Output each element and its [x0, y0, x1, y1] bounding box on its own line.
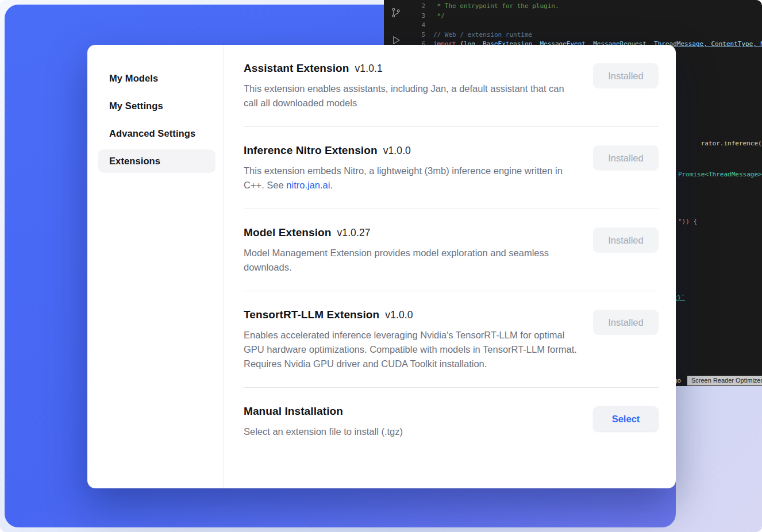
editor-code-lines: 2 * The entrypoint for the plugin. 3 */ … — [408, 2, 762, 49]
extension-description: Enables accelerated inference leveraging… — [244, 328, 578, 371]
manual-installation-description: Select an extension file to install (.tg… — [244, 425, 403, 439]
extension-row-tensorrt: TensortRT-LLM Extensionv1.0.0 Enables ac… — [244, 291, 659, 388]
extensions-list: Assistant Extensionv1.0.1 This extension… — [224, 45, 676, 488]
manual-installation-title: Manual Installation — [244, 405, 403, 418]
code-text: // Web / extension runtime — [433, 30, 532, 40]
extension-description: Model Management Extension provides mode… — [244, 246, 578, 275]
extension-title: Inference Nitro Extensionv1.0.0 — [244, 144, 578, 157]
extension-row-assistant: Assistant Extensionv1.0.1 This extension… — [244, 45, 659, 127]
extension-name: Assistant Extension — [244, 62, 349, 74]
installed-button[interactable]: Installed — [593, 228, 659, 253]
extension-info: Inference Nitro Extensionv1.0.0 This ext… — [244, 144, 578, 192]
settings-sidebar: My Models My Settings Advanced Settings … — [87, 45, 224, 488]
extension-version: v1.0.0 — [385, 309, 413, 321]
sidebar-item-my-settings[interactable]: My Settings — [98, 94, 215, 118]
extension-name: Inference Nitro Extension — [244, 144, 378, 156]
extension-row-nitro: Inference Nitro Extensionv1.0.0 This ext… — [244, 127, 659, 209]
extension-version: v1.0.27 — [337, 227, 370, 238]
line-number: 5 — [408, 30, 425, 40]
extension-name: Model Extension — [244, 226, 331, 238]
run-play-icon[interactable] — [390, 34, 402, 46]
extension-info: TensortRT-LLM Extensionv1.0.0 Enables ac… — [244, 309, 578, 371]
code-line: 3 */ — [408, 11, 762, 21]
code-line: 5 // Web / extension runtime — [408, 30, 762, 40]
nitro-jan-ai-link[interactable]: nitro.jan.ai. — [286, 180, 333, 190]
extension-info: Assistant Extensionv1.0.1 This extension… — [244, 62, 578, 110]
line-number: 4 — [408, 21, 425, 30]
git-branch-icon[interactable] — [390, 7, 402, 18]
extension-version: v1.0.0 — [383, 145, 411, 156]
manual-installation-info: Manual Installation Select an extension … — [244, 405, 403, 439]
settings-modal: My Models My Settings Advanced Settings … — [87, 45, 676, 488]
manual-installation-row: Manual Installation Select an extension … — [244, 388, 659, 455]
sidebar-item-advanced-settings[interactable]: Advanced Settings — [98, 122, 215, 145]
extension-title: TensortRT-LLM Extensionv1.0.0 — [244, 309, 578, 321]
extension-info: Model Extensionv1.0.27 Model Management … — [244, 226, 578, 275]
extension-title: Model Extensionv1.0.27 — [244, 226, 578, 239]
sidebar-item-extensions[interactable]: Extensions — [98, 149, 215, 173]
installed-button[interactable]: Installed — [593, 145, 659, 171]
extension-description: This extension embeds Nitro, a lightweig… — [244, 164, 578, 192]
screenshot-canvas: 2 * The entrypoint for the plugin. 3 */ … — [0, 0, 762, 532]
extension-row-model: Model Extensionv1.0.27 Model Management … — [244, 209, 659, 291]
line-number: 3 — [408, 11, 425, 21]
code-line: 4 — [408, 21, 762, 30]
code-fragment: Promise<ThreadMessage> — [678, 171, 762, 178]
sidebar-item-my-models[interactable]: My Models — [98, 67, 215, 90]
code-text: inference — [724, 140, 759, 147]
installed-button[interactable]: Installed — [593, 63, 659, 88]
line-number: 2 — [408, 2, 425, 11]
extension-title: Assistant Extensionv1.0.1 — [244, 62, 578, 75]
select-file-button[interactable]: Select — [593, 406, 659, 431]
code-text: (data)); — [758, 140, 762, 147]
extension-description: This extension enables assistants, inclu… — [244, 82, 578, 110]
code-fragment: rator.inference(data)); — [678, 132, 762, 155]
code-fragment: ")) { — [678, 218, 697, 225]
code-text: * The entrypoint for the plugin. — [433, 2, 559, 11]
extension-name: TensortRT-LLM Extension — [244, 309, 379, 321]
extension-version: v1.0.1 — [355, 63, 383, 74]
code-text: */ — [433, 11, 445, 21]
code-text: rator. — [701, 140, 724, 147]
screen-reader-optimized-badge[interactable]: Screen Reader Optimized — [687, 376, 762, 385]
installed-button[interactable]: Installed — [593, 310, 659, 335]
code-line: 2 * The entrypoint for the plugin. — [408, 2, 762, 11]
